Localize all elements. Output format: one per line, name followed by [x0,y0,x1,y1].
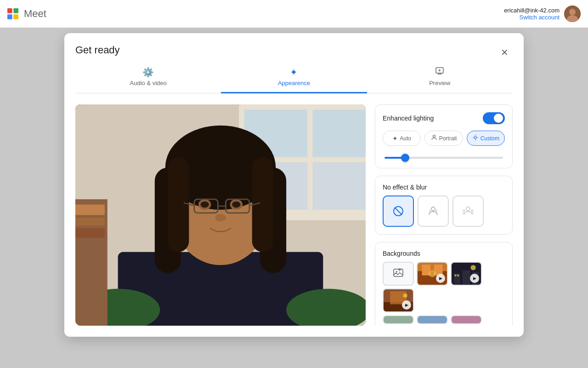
svg-rect-40 [75,218,105,225]
effects-section-label: No effect & blur [383,184,505,191]
video-frame [75,104,366,326]
portrait-mode-button[interactable]: Portrait [424,131,463,146]
slight-blur-icon [427,205,440,218]
tab-preview[interactable]: Preview [367,66,513,93]
close-button[interactable]: ✕ [496,44,513,61]
tab-audio-video-label: Audio & video [130,80,167,86]
get-ready-dialog: Get ready ✕ ⚙️ Audio & video ✦ Appearenc… [64,33,524,337]
backgrounds-row2 [383,315,505,326]
avatar[interactable] [564,6,581,22]
tab-appearance-label: Appearence [278,80,310,86]
upload-image-icon [393,267,404,281]
effects-card: No effect & blur [375,176,513,235]
auto-mode-label: Auto [400,135,411,142]
strong-blur-icon [462,205,475,218]
lighting-mode-buttons: ✦ Auto Portrait [383,131,505,146]
sparkle-icon: ✦ [290,67,298,78]
gear-icon: ⚙️ [142,67,154,78]
svg-point-42 [433,135,435,138]
tabs-bar: ⚙️ Audio & video ✦ Appearence Preview [75,61,513,93]
svg-rect-71 [455,275,457,276]
play-icon-2: ▶ [470,274,479,283]
svg-rect-24 [168,157,189,252]
svg-rect-41 [75,228,105,238]
background-1-button[interactable]: ▶ [417,262,448,286]
tab-appearance[interactable]: ✦ Appearence [221,67,367,93]
custom-mode-button[interactable]: Custom [467,131,505,146]
background-3-button[interactable]: ▶ [383,288,414,312]
svg-point-56 [463,213,464,214]
svg-point-67 [470,265,475,270]
avatar-image [564,6,581,22]
play-icon-3: ▶ [402,300,411,310]
account-info: ericahill@ink-42.com Switch account [504,7,560,21]
lighting-slider[interactable] [384,157,503,159]
svg-point-35 [215,214,226,221]
effect-grid [383,196,505,227]
app-name: Meet [24,8,46,20]
svg-rect-4 [13,14,18,19]
account-email: ericahill@ink-42.com [504,7,560,14]
topbar-left: Meet [6,6,46,21]
auto-mode-button[interactable]: ✦ Auto [383,131,421,146]
no-effect-button[interactable] [383,196,414,227]
meet-logo-icon [6,6,20,21]
dialog-header: Get ready ✕ [64,33,524,61]
background-2-button[interactable]: ▶ [451,262,482,286]
portrait-mode-label: Portrait [439,135,457,142]
preview-icon [435,66,444,78]
upload-background-button[interactable] [383,262,414,286]
backgrounds-grid: ▶ [383,262,505,312]
svg-point-53 [466,207,470,211]
svg-rect-58 [394,269,403,276]
svg-point-55 [471,210,474,212]
portrait-icon [431,134,437,142]
svg-rect-69 [463,270,470,285]
svg-point-51 [429,210,431,212]
video-placeholder [75,104,366,326]
custom-mode-label: Custom [481,135,499,142]
enhanced-lighting-card: Enhanced lighting ✦ Auto [375,104,513,168]
svg-point-43 [474,137,476,139]
lighting-slider-container [383,152,505,161]
svg-point-50 [431,207,435,211]
svg-rect-72 [457,275,459,276]
right-panel: Enhanced lighting ✦ Auto [375,104,513,326]
svg-rect-14 [312,162,366,210]
svg-rect-39 [75,205,105,215]
switch-account-link[interactable]: Switch account [504,14,560,21]
svg-point-28 [200,201,209,208]
svg-rect-12 [312,109,366,157]
backgrounds-card: Backgrounds [375,242,513,326]
backgrounds-section-label: Backgrounds [383,250,505,257]
svg-rect-2 [13,8,18,13]
topbar-right: ericahill@ink-42.com Switch account [504,6,581,22]
auto-icon: ✦ [392,135,398,142]
background-4-button[interactable] [383,315,414,324]
svg-rect-79 [452,315,481,324]
svg-point-6 [569,9,576,15]
tab-audio-video[interactable]: ⚙️ Audio & video [75,67,221,93]
slight-blur-button[interactable] [418,196,449,227]
svg-point-76 [403,293,407,298]
play-icon-1: ▶ [436,274,445,283]
enhanced-lighting-toggle[interactable] [483,112,505,124]
svg-point-52 [435,210,437,212]
tab-preview-label: Preview [429,80,450,86]
enhanced-lighting-label: Enhanced lighting [383,115,434,122]
svg-rect-77 [384,315,413,324]
dialog-content: Enhanced lighting ✦ Auto [64,93,524,337]
svg-line-49 [395,207,402,215]
enhanced-lighting-row: Enhanced lighting [383,112,505,124]
background-6-button[interactable] [451,315,482,324]
video-feed [75,104,366,326]
svg-rect-3 [7,14,12,19]
svg-point-57 [473,213,474,214]
custom-icon [472,134,479,142]
background-5-button[interactable] [417,315,448,324]
no-effect-icon [392,205,405,218]
svg-point-29 [232,201,240,208]
strong-blur-button[interactable] [452,196,484,227]
dialog-title: Get ready [75,44,120,56]
svg-point-65 [429,270,435,277]
